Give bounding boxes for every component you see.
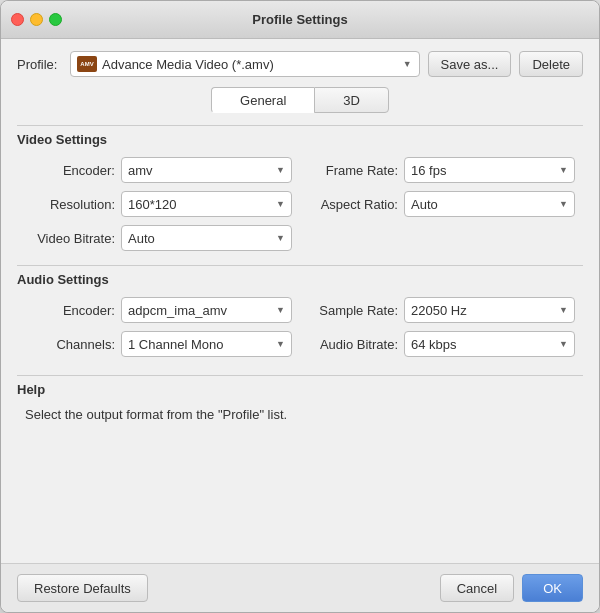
resolution-label: Resolution: <box>25 197 115 212</box>
bottom-bar: Restore Defaults Cancel OK <box>1 563 599 612</box>
help-section-title: Help <box>17 382 583 397</box>
traffic-lights <box>11 13 62 26</box>
audio-encoder-label: Encoder: <box>25 303 115 318</box>
encoder-label: Encoder: <box>25 163 115 178</box>
audio-bitrate-field-row: Audio Bitrate: 64 kbps <box>308 331 575 357</box>
empty-cell <box>308 225 575 251</box>
frame-rate-field-row: Frame Rate: 16 fps <box>308 157 575 183</box>
profile-selected-value: Advance Media Video (*.amv) <box>102 57 274 72</box>
video-bitrate-select[interactable]: Auto <box>121 225 292 251</box>
audio-encoder-select-wrapper: adpcm_ima_amv <box>121 297 292 323</box>
encoder-select[interactable]: amv <box>121 157 292 183</box>
restore-defaults-button[interactable]: Restore Defaults <box>17 574 148 602</box>
resolution-select-wrapper: 160*120 <box>121 191 292 217</box>
audio-bitrate-label: Audio Bitrate: <box>308 337 398 352</box>
profile-label: Profile: <box>17 57 62 72</box>
channels-select-wrapper: 1 Channel Mono <box>121 331 292 357</box>
audio-section-title: Audio Settings <box>17 272 583 287</box>
title-bar: Profile Settings <box>1 1 599 39</box>
aspect-ratio-select-wrapper: Auto <box>404 191 575 217</box>
channels-select[interactable]: 1 Channel Mono <box>121 331 292 357</box>
tab-3d[interactable]: 3D <box>314 87 389 113</box>
sample-rate-field-row: Sample Rate: 22050 Hz <box>308 297 575 323</box>
audio-section-divider <box>17 265 583 266</box>
sample-rate-label: Sample Rate: <box>308 303 398 318</box>
close-button[interactable] <box>11 13 24 26</box>
sample-rate-select-wrapper: 22050 Hz <box>404 297 575 323</box>
tabs-row: General 3D <box>17 87 583 113</box>
tab-general[interactable]: General <box>211 87 314 113</box>
help-text: Select the output format from the "Profi… <box>17 407 583 422</box>
aspect-ratio-field-row: Aspect Ratio: Auto <box>308 191 575 217</box>
help-section-divider <box>17 375 583 376</box>
aspect-ratio-label: Aspect Ratio: <box>308 197 398 212</box>
video-section-title: Video Settings <box>17 132 583 147</box>
cancel-button[interactable]: Cancel <box>440 574 514 602</box>
frame-rate-label: Frame Rate: <box>308 163 398 178</box>
aspect-ratio-select[interactable]: Auto <box>404 191 575 217</box>
audio-encoder-field-row: Encoder: adpcm_ima_amv <box>25 297 292 323</box>
amv-icon: AMV <box>77 56 97 72</box>
help-section: Help Select the output format from the "… <box>17 375 583 422</box>
minimize-button[interactable] <box>30 13 43 26</box>
maximize-button[interactable] <box>49 13 62 26</box>
resolution-field-row: Resolution: 160*120 <box>25 191 292 217</box>
audio-settings-section: Audio Settings Encoder: adpcm_ima_amv Sa… <box>17 265 583 357</box>
profile-row: Profile: AMV Advance Media Video (*.amv)… <box>17 51 583 77</box>
video-settings-section: Video Settings Encoder: amv Frame Rate: <box>17 125 583 251</box>
profile-settings-window: Profile Settings Profile: AMV Advance Me… <box>0 0 600 613</box>
bottom-right-buttons: Cancel OK <box>440 574 583 602</box>
audio-bitrate-select[interactable]: 64 kbps <box>404 331 575 357</box>
delete-button[interactable]: Delete <box>519 51 583 77</box>
channels-field-row: Channels: 1 Channel Mono <box>25 331 292 357</box>
audio-bitrate-select-wrapper: 64 kbps <box>404 331 575 357</box>
profile-select[interactable]: AMV Advance Media Video (*.amv) <box>70 51 420 77</box>
frame-rate-select-wrapper: 16 fps <box>404 157 575 183</box>
audio-encoder-select[interactable]: adpcm_ima_amv <box>121 297 292 323</box>
encoder-select-wrapper: amv <box>121 157 292 183</box>
video-bitrate-label: Video Bitrate: <box>25 231 115 246</box>
sample-rate-select[interactable]: 22050 Hz <box>404 297 575 323</box>
resolution-select[interactable]: 160*120 <box>121 191 292 217</box>
video-bitrate-field-row: Video Bitrate: Auto <box>25 225 292 251</box>
save-as-button[interactable]: Save as... <box>428 51 512 77</box>
channels-label: Channels: <box>25 337 115 352</box>
video-fields-grid: Encoder: amv Frame Rate: 16 fps <box>17 157 583 251</box>
audio-fields-grid: Encoder: adpcm_ima_amv Sample Rate: 2205… <box>17 297 583 357</box>
main-content: Profile: AMV Advance Media Video (*.amv)… <box>1 39 599 563</box>
video-bitrate-select-wrapper: Auto <box>121 225 292 251</box>
video-section-divider <box>17 125 583 126</box>
encoder-field-row: Encoder: amv <box>25 157 292 183</box>
ok-button[interactable]: OK <box>522 574 583 602</box>
frame-rate-select[interactable]: 16 fps <box>404 157 575 183</box>
window-title: Profile Settings <box>252 12 347 27</box>
